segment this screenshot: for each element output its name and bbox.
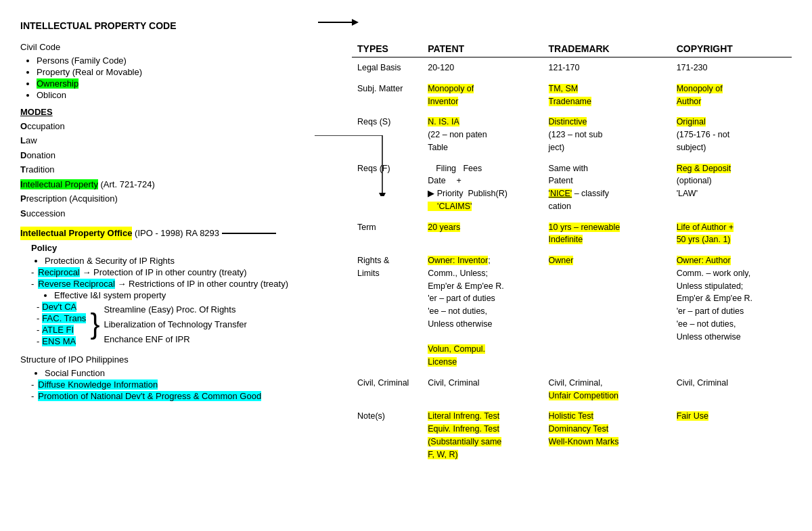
label-reqs-s: Reqs (S) [352, 112, 422, 158]
label-notes: Note(s) [352, 406, 422, 465]
dash-reciprocal: - Reciprocal → Protection of IP in other… [31, 267, 352, 277]
copyright-subj-matter: Monopoly ofAuthor [671, 78, 792, 112]
policy-label: Policy [31, 241, 352, 255]
ipo-line: Intellectual Property Office (IPO - 1998… [20, 227, 352, 240]
table-row-notes: Note(s) Literal Infreng. TestEquiv. Infr… [352, 406, 792, 465]
bracket-desc-3: Enchance ENF of IPR [104, 334, 247, 344]
modes-occupation: Occupation [20, 120, 352, 133]
bracket-dash-4: - ENS MA [37, 336, 86, 346]
bracket-symbol: } [90, 302, 99, 346]
ipo-label: Intellectual Property Office [20, 227, 132, 240]
modes-law: Law [20, 134, 352, 147]
patent-subj-matter: Monopoly ofInventor [422, 78, 543, 112]
dash-mark-3: - [31, 379, 34, 390]
label-civil-criminal: Civil, Criminal [352, 373, 422, 407]
civil-code-item-property: Property (Real or Movable) [37, 67, 352, 77]
reverse-reciprocal-label: Reverse Reciprocal [38, 279, 114, 289]
ipo-line-connector [222, 233, 276, 234]
label-legal-basis: Legal Basis [352, 57, 422, 78]
atle-fi-label: ATLE FI [42, 325, 74, 335]
bracket-dash-3: - ATLE FI [37, 325, 86, 335]
table-row-term: Term 20 years 10 yrs – renewableIndefini… [352, 217, 792, 251]
modes-prescription: Prescription (Acquisition) [20, 192, 352, 206]
effective-list: Effective I&I system property [54, 290, 352, 300]
label-term: Term [352, 217, 422, 251]
copyright-civil-criminal: Civil, Criminal [671, 373, 792, 407]
policy-bullet-protection: Protection & Security of IP Rights [45, 256, 352, 266]
patent-notes: Literal Infreng. TestEquiv. Infreng. Tes… [422, 406, 543, 465]
dash-mark-4: - [31, 391, 34, 401]
svg-marker-1 [352, 19, 359, 26]
reciprocal-label: Reciprocal [38, 267, 79, 277]
structure-list: Social Function [45, 368, 352, 378]
bracket-labels: - Dev't CA - FAC. Trans - ATLE FI - ENS … [37, 302, 86, 346]
patent-reqs-f: Filing Fees Date+ ▶ Priority Publish(R) … [422, 158, 543, 217]
bracket-group: - Dev't CA - FAC. Trans - ATLE FI - ENS … [37, 302, 352, 346]
bracket-dash-2: - FAC. Trans [37, 313, 86, 323]
right-panel: TYPES PATENT TRADEMARK COPYRIGHT Legal B… [352, 41, 792, 465]
copyright-term: Life of Author +50 yrs (Jan. 1) [671, 217, 792, 251]
modes-intellectual-property: Intellectual Property (Art. 721-724) [20, 178, 352, 191]
copyright-rights-limits: Owner: Author Comm. – work only, Unless … [671, 250, 792, 373]
policy-list: Protection & Security of IP Rights [45, 256, 352, 266]
structure-label: Structure of IPO Philippines [20, 353, 352, 367]
civil-code-item-ownership: Ownership [37, 78, 352, 89]
social-function-bullet: Social Function [45, 368, 352, 378]
trademark-subj-matter: TM, SMTradename [543, 78, 671, 112]
table-row-subj-matter: Subj. Matter Monopoly ofInventor TM, SMT… [352, 78, 792, 112]
trademark-reqs-s: Distinctive(123 – not subject) [543, 112, 671, 158]
table-row-reqs-s: Reqs (S) N. IS. IA(22 – non patenTable D… [352, 112, 792, 158]
label-reqs-f: Reqs (F) [352, 158, 422, 217]
copyright-reqs-f: Reg & Deposit(optional)'LAW' [671, 158, 792, 217]
patent-reqs-s: N. IS. IA(22 – non patenTable [422, 112, 543, 158]
page-container: INTELLECTUAL PROPERTY CODE Civil Code Pe… [20, 20, 792, 465]
dash-promotion: - Promotion of National Dev't & Progress… [31, 391, 352, 401]
table-row-rights-limits: Rights &Limits Owner: Inventor; Comm., U… [352, 250, 792, 373]
patent-rights-limits: Owner: Inventor; Comm., Unless; Emp'er &… [422, 250, 543, 373]
effective-bullet: Effective I&I system property [54, 290, 352, 300]
modes-succession: Succession [20, 207, 352, 221]
trademark-legal-basis: 121-170 [543, 57, 671, 78]
header-types: TYPES [352, 41, 422, 57]
bracket-descriptions: Streamline (Easy) Proc. Of Rights Libera… [104, 302, 247, 346]
copyright-notes: Fair Use [671, 406, 792, 465]
trademark-civil-criminal: Civil, Criminal,Unfair Competition [543, 373, 671, 407]
table-row-legal-basis: Legal Basis 20-120 121-170 171-230 [352, 57, 792, 78]
copyright-legal-basis: 171-230 [671, 57, 792, 78]
bracket-desc-1: Streamline (Easy) Proc. Of Rights [104, 304, 247, 315]
header-patent: PATENT [422, 41, 543, 57]
patent-civil-criminal: Civil, Criminal [422, 373, 543, 407]
patent-term: 20 years [422, 217, 543, 251]
trademark-notes: Holistic TestDominancy TestWell-Known Ma… [543, 406, 671, 465]
patent-legal-basis: 20-120 [422, 57, 543, 78]
dash-reverse-reciprocal: - Reverse Reciprocal → Restrictions of I… [31, 279, 352, 289]
ipo-suffix: (IPO - 1998) RA 8293 [132, 227, 219, 240]
civil-code-item-oblicon: Oblicon [37, 90, 352, 100]
dash-diffuse: - Diffuse Knowledge Information [31, 379, 352, 390]
modes-donation: Donation [20, 149, 352, 162]
trademark-rights-limits: Owner [543, 250, 671, 373]
header-trademark: TRADEMARK [543, 41, 671, 57]
modes-header: MODES [20, 107, 352, 117]
dash-mark-1: - [31, 267, 34, 277]
devt-ca-label: Dev't CA [42, 302, 76, 312]
label-subj-matter: Subj. Matter [352, 78, 422, 112]
ens-ma-label: ENS MA [42, 336, 76, 346]
label-rights-limits: Rights &Limits [352, 250, 422, 373]
header-copyright: COPYRIGHT [671, 41, 792, 57]
civil-code-label: Civil Code [20, 41, 352, 54]
trademark-term: 10 yrs – renewableIndefinite [543, 217, 671, 251]
table-row-reqs-f: Reqs (F) Filing Fees Date+ ▶ Priority Pu… [352, 158, 792, 217]
promotion-label: Promotion of National Dev't & Progress &… [38, 391, 261, 401]
types-table: TYPES PATENT TRADEMARK COPYRIGHT Legal B… [352, 41, 792, 465]
page-title: INTELLECTUAL PROPERTY CODE [20, 20, 792, 31]
fac-trans-label: FAC. Trans [42, 313, 86, 323]
left-panel: Civil Code Persons (Family Code) Propert… [20, 41, 352, 465]
bracket-dash-1: - Dev't CA [37, 302, 86, 312]
modes-tradition: Tradition [20, 163, 352, 177]
dash-mark-2: - [31, 279, 34, 289]
bracket-desc-2: Liberalization of Technology Transfer [104, 319, 247, 329]
arrow-connector-svg [318, 12, 359, 32]
civil-code-list: Persons (Family Code) Property (Real or … [37, 55, 352, 100]
diffuse-label: Diffuse Knowledge Information [38, 379, 158, 390]
